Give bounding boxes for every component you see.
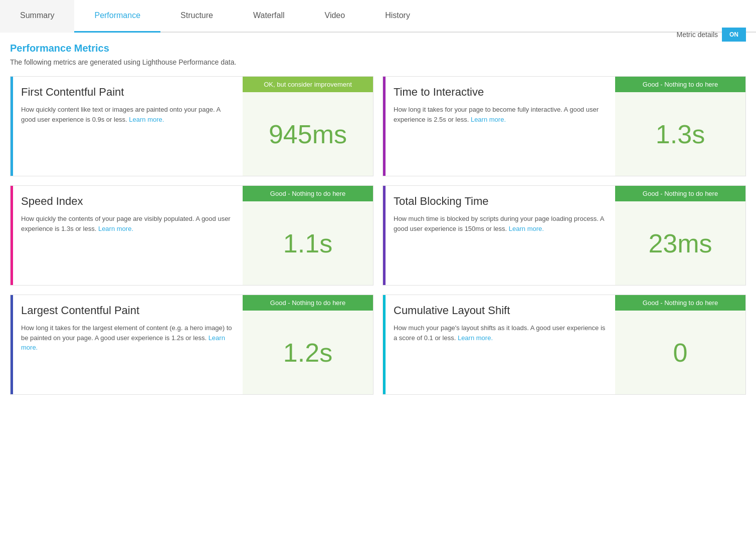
card-status-badge-lcp: Good - Nothing to do here	[243, 295, 373, 311]
card-body-cls: Cumulative Layout ShiftHow much your pag…	[386, 295, 615, 394]
card-body-fcp: First Contentful PaintHow quickly conten…	[13, 77, 243, 176]
card-status-badge-tti: Good - Nothing to do here	[615, 77, 745, 92]
learn-more-fcp[interactable]: Learn more.	[129, 116, 164, 123]
learn-more-cls[interactable]: Learn more.	[458, 334, 493, 342]
card-title-tbt: Total Blocking Time	[394, 195, 607, 208]
metrics-grid: First Contentful PaintHow quickly conten…	[10, 76, 746, 395]
card-status-badge-fcp: OK, but consider improvement	[243, 77, 373, 92]
card-title-cls: Cumulative Layout Shift	[394, 304, 607, 317]
card-status-badge-cls: Good - Nothing to do here	[615, 295, 745, 311]
metric-details-toggle[interactable]: ON	[722, 28, 746, 42]
card-desc-fcp: How quickly content like text or images …	[21, 105, 235, 124]
card-body-tbt: Total Blocking TimeHow much time is bloc…	[386, 186, 615, 285]
card-desc-si: How quickly the contents of your page ar…	[21, 214, 235, 233]
card-desc-cls: How much your page's layout shifts as it…	[394, 323, 607, 343]
card-value-cls: 0	[673, 338, 688, 368]
card-value-tti: 1.3s	[656, 119, 705, 149]
metric-card-tbt: Total Blocking TimeHow much time is bloc…	[383, 185, 746, 286]
metric-card-fcp: First Contentful PaintHow quickly conten…	[10, 76, 373, 176]
main-content: Performance Metrics The following metric…	[0, 33, 756, 405]
card-right-lcp: Good - Nothing to do here1.2s	[243, 295, 373, 394]
card-right-tbt: Good - Nothing to do here23ms	[615, 186, 745, 285]
card-title-fcp: First Contentful Paint	[21, 86, 235, 99]
learn-more-lcp[interactable]: Learn more.	[21, 334, 225, 352]
tab-waterfall[interactable]: Waterfall	[233, 0, 305, 33]
card-value-area-fcp: 945ms	[243, 92, 373, 176]
card-title-si: Speed Index	[21, 195, 235, 208]
tab-video[interactable]: Video	[305, 0, 365, 33]
card-status-badge-si: Good - Nothing to do here	[243, 186, 373, 201]
card-desc-lcp: How long it takes for the largest elemen…	[21, 323, 235, 353]
card-right-si: Good - Nothing to do here1.1s	[243, 186, 373, 285]
page-subtitle: The following metrics are generated usin…	[10, 58, 236, 66]
tab-performance[interactable]: Performance	[74, 0, 160, 33]
card-desc-tti: How long it takes for your page to becom…	[394, 105, 607, 124]
card-value-area-si: 1.1s	[243, 201, 373, 285]
tab-structure[interactable]: Structure	[160, 0, 233, 33]
metric-details-label: Metric details	[677, 31, 718, 39]
card-body-si: Speed IndexHow quickly the contents of y…	[13, 186, 243, 285]
card-value-area-tti: 1.3s	[615, 92, 745, 176]
card-value-area-cls: 0	[615, 311, 745, 394]
card-value-fcp: 945ms	[269, 119, 347, 149]
learn-more-tti[interactable]: Learn more.	[471, 116, 506, 123]
card-status-badge-tbt: Good - Nothing to do here	[615, 186, 745, 201]
page-title: Performance Metrics	[10, 43, 236, 54]
card-desc-tbt: How much time is blocked by scripts duri…	[394, 214, 607, 233]
metric-details-row: Metric details ON	[677, 28, 746, 42]
tab-summary[interactable]: Summary	[0, 0, 74, 33]
card-value-area-lcp: 1.2s	[243, 311, 373, 394]
card-right-fcp: OK, but consider improvement945ms	[243, 77, 373, 176]
card-title-lcp: Largest Contentful Paint	[21, 304, 235, 317]
tab-history[interactable]: History	[365, 0, 430, 33]
metric-card-lcp: Largest Contentful PaintHow long it take…	[10, 295, 373, 395]
card-body-tti: Time to InteractiveHow long it takes for…	[386, 77, 615, 176]
learn-more-tbt[interactable]: Learn more.	[509, 225, 544, 232]
card-right-cls: Good - Nothing to do here0	[615, 295, 745, 394]
card-body-lcp: Largest Contentful PaintHow long it take…	[13, 295, 243, 394]
metric-card-tti: Time to InteractiveHow long it takes for…	[383, 76, 746, 176]
card-title-tti: Time to Interactive	[394, 86, 607, 99]
card-value-area-tbt: 23ms	[615, 201, 745, 285]
tab-bar: SummaryPerformanceStructureWaterfallVide…	[0, 0, 756, 33]
card-value-tbt: 23ms	[648, 228, 712, 258]
card-value-si: 1.1s	[283, 228, 332, 258]
card-right-tti: Good - Nothing to do here1.3s	[615, 77, 745, 176]
metric-card-si: Speed IndexHow quickly the contents of y…	[10, 185, 373, 286]
metric-card-cls: Cumulative Layout ShiftHow much your pag…	[383, 295, 746, 395]
card-value-lcp: 1.2s	[283, 338, 332, 368]
learn-more-si[interactable]: Learn more.	[98, 225, 133, 232]
